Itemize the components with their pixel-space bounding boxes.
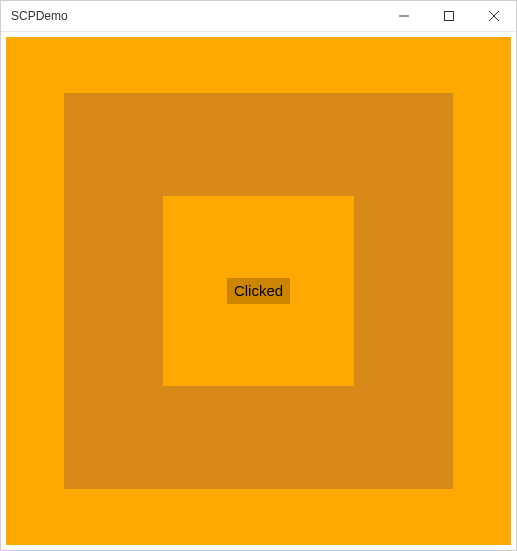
client-area: Clicked [1, 32, 516, 550]
window-title: SCPDemo [11, 9, 68, 23]
close-button[interactable] [471, 1, 516, 31]
maximize-button[interactable] [426, 1, 471, 31]
minimize-button[interactable] [381, 1, 426, 31]
maximize-icon [444, 11, 454, 21]
title-bar: SCPDemo [1, 1, 516, 32]
close-icon [489, 11, 499, 21]
window-controls [381, 1, 516, 31]
clicked-button[interactable]: Clicked [227, 278, 290, 304]
inner-square: Clicked [163, 196, 354, 386]
svg-rect-1 [444, 12, 453, 21]
app-window: SCPDemo Clicked [0, 0, 517, 551]
minimize-icon [399, 11, 409, 21]
outer-square: Clicked [6, 37, 511, 545]
middle-square: Clicked [64, 93, 453, 489]
